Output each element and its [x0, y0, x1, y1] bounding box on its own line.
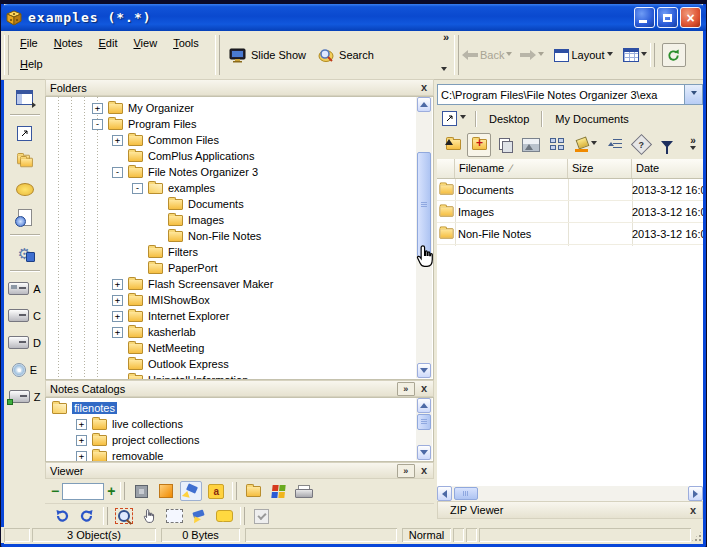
back-dropdown-icon[interactable]	[506, 52, 512, 59]
layout-panels-button[interactable]	[10, 84, 40, 110]
scroll-left-button[interactable]	[437, 486, 452, 501]
up-folder-button[interactable]	[441, 133, 465, 157]
tree-item[interactable]: +IMIShowBox	[46, 292, 433, 308]
resize-grip[interactable]	[690, 530, 703, 543]
address-dropdown-button[interactable]	[684, 85, 702, 104]
back-button[interactable]: Back	[480, 49, 504, 61]
forward-dropdown-icon[interactable]	[538, 52, 544, 59]
zoom-region-button[interactable]	[113, 506, 135, 526]
horizontal-scrollbar[interactable]	[437, 486, 703, 501]
close-icon[interactable]: x	[419, 82, 429, 93]
tree-item[interactable]: +Internet Explorer	[46, 308, 433, 324]
tree-item[interactable]: -examples	[46, 180, 433, 196]
maximize-button[interactable]	[657, 7, 678, 28]
expander-icon[interactable]: +	[76, 451, 87, 462]
drive-e-button[interactable]: E	[12, 356, 37, 383]
expander-icon[interactable]: +	[112, 311, 123, 322]
scroll-up-button[interactable]	[417, 398, 431, 413]
tree-item[interactable]: +My Organizer	[46, 100, 433, 116]
expander-icon[interactable]: +	[92, 103, 103, 114]
slide-show-button[interactable]: Slide Show	[223, 45, 312, 66]
expander-icon[interactable]: +	[76, 419, 87, 430]
expander-icon[interactable]: +	[76, 435, 87, 446]
file-row[interactable]: Images 2013-3-12 16:0	[437, 201, 703, 223]
folders-scrollbar[interactable]	[416, 97, 432, 378]
tab-desktop[interactable]: Desktop	[481, 110, 537, 128]
windows-open-button[interactable]	[267, 481, 289, 501]
view-grid-icon[interactable]	[623, 48, 639, 62]
file-row[interactable]: Non-File Notes 2013-3-12 16:0	[437, 223, 703, 245]
menu-tools[interactable]: Tools	[165, 34, 207, 55]
tree-item[interactable]: PaperPort	[46, 260, 433, 276]
close-icon[interactable]: x	[419, 383, 429, 394]
crop-button[interactable]	[188, 506, 210, 526]
scrollbar-thumb[interactable]	[417, 414, 431, 430]
tree-item[interactable]: ComPlus Applications	[46, 148, 433, 164]
layout-dropdown-icon[interactable]	[607, 52, 613, 59]
menu-file[interactable]: File	[12, 34, 46, 55]
fill-color-button[interactable]	[571, 133, 601, 157]
tree-item[interactable]: Outlook Express	[46, 356, 433, 372]
close-button[interactable]: ×	[680, 7, 701, 28]
expander-icon[interactable]: -	[92, 119, 103, 130]
tree-item[interactable]: -File Notes Organizer 3	[46, 164, 433, 180]
expander-icon[interactable]: +	[112, 135, 123, 146]
refresh-button[interactable]	[662, 43, 686, 67]
close-icon[interactable]: x	[419, 465, 429, 476]
tree-item[interactable]: +kasherlab	[46, 324, 433, 340]
drive-c-button[interactable]: C	[8, 302, 41, 329]
zoom-out-button[interactable]: −	[51, 484, 59, 498]
expander-icon[interactable]: -	[112, 167, 123, 178]
tree-item[interactable]: NetMeeting	[46, 340, 433, 356]
tree-item[interactable]: Non-File Notes	[46, 228, 433, 244]
print-button[interactable]	[292, 481, 314, 501]
toolbar-overflow-chevron[interactable]: »	[443, 31, 449, 43]
help-button[interactable]: ?	[629, 133, 653, 157]
view-dropdown-icon[interactable]	[641, 52, 647, 59]
comment-button[interactable]	[213, 506, 235, 526]
settings-button[interactable]: ⚙	[10, 240, 40, 266]
zoom-in-button[interactable]: +	[107, 484, 115, 498]
catalog-item[interactable]: +removable	[46, 448, 433, 462]
address-bar[interactable]: C:\Program Files\File Notes Organizer 3\…	[437, 84, 703, 105]
address-path[interactable]: C:\Program Files\File Notes Organizer 3\…	[438, 89, 684, 101]
date-column-header[interactable]: Date	[632, 159, 703, 178]
menu-help[interactable]: Help	[12, 55, 68, 76]
file-row[interactable]: Documents 2013-3-12 16:0	[437, 179, 703, 201]
sort-button[interactable]	[603, 133, 627, 157]
recent-notes-button[interactable]	[10, 204, 40, 230]
filename-column-header[interactable]: Filename∕	[455, 159, 568, 178]
image-view-button[interactable]	[519, 133, 543, 157]
rotate-right-button[interactable]	[76, 506, 98, 526]
tree-item[interactable]: +Common Files	[46, 132, 433, 148]
add-media-button[interactable]	[242, 481, 264, 501]
pan-button[interactable]	[138, 506, 160, 526]
menu-notes[interactable]: Notes	[46, 34, 91, 55]
toolbar-grip[interactable]	[215, 35, 220, 75]
folders-view-button[interactable]	[10, 148, 40, 174]
menu-edit[interactable]: Edit	[91, 34, 126, 55]
expander-icon[interactable]: +	[112, 295, 123, 306]
drive-d-button[interactable]: D	[8, 329, 41, 356]
rotate-left-button[interactable]	[51, 506, 73, 526]
scroll-down-button[interactable]	[417, 363, 431, 378]
catalog-item[interactable]: +live collections	[46, 416, 433, 432]
menu-view[interactable]: View	[125, 34, 165, 55]
panel-overflow-button[interactable]: »	[397, 382, 415, 396]
apply-button[interactable]	[250, 506, 272, 526]
tree-item[interactable]: +Flash Screensaver Maker	[46, 276, 433, 292]
zoom-input[interactable]	[62, 483, 104, 500]
shortcut-button[interactable]	[10, 120, 40, 146]
drive-a-button[interactable]: A	[8, 275, 40, 302]
scrollbar-thumb[interactable]	[454, 487, 478, 500]
drive-z-button[interactable]: Z	[9, 383, 41, 410]
expander-icon[interactable]: +	[112, 279, 123, 290]
scroll-right-button[interactable]	[688, 486, 703, 501]
layout-button[interactable]: Layout	[571, 49, 604, 61]
catalog-button[interactable]	[10, 176, 40, 202]
minimize-button[interactable]	[634, 7, 655, 28]
search-button[interactable]: Search	[312, 45, 380, 66]
dropdown-icon[interactable]	[591, 141, 597, 148]
scroll-down-button[interactable]	[417, 445, 431, 460]
tree-item[interactable]: Documents	[46, 196, 433, 212]
